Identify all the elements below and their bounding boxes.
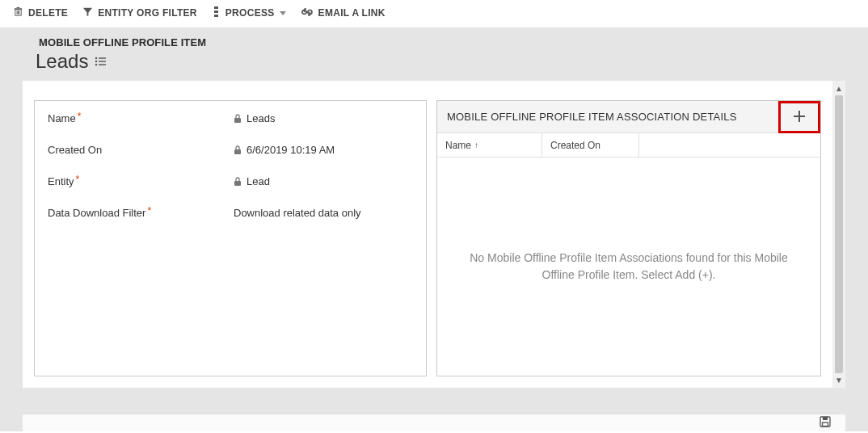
link-icon (301, 7, 314, 19)
form-panel: Name* Leads Created On (34, 100, 427, 376)
related-menu-icon[interactable] (95, 56, 107, 67)
lock-icon (234, 177, 242, 187)
svg-rect-17 (99, 64, 106, 65)
association-panel: MOBILE OFFLINE PROFILE ITEM ASSOCIATION … (436, 100, 821, 376)
svg-rect-5 (17, 7, 20, 8)
page-body: MOBILE OFFLINE PROFILE ITEM Leads Name* … (0, 28, 868, 431)
save-button[interactable] (820, 416, 831, 430)
svg-rect-22 (794, 116, 805, 117)
record-sheet: Name* Leads Created On (23, 81, 845, 388)
required-marker: * (147, 205, 151, 216)
scroll-up-icon: ▲ (835, 84, 843, 93)
empty-message: No Mobile Offline Profile Item Associati… (460, 250, 798, 284)
field-label-created-on: Created On (48, 144, 234, 156)
required-marker: * (76, 174, 80, 185)
field-value-name[interactable]: Leads (234, 112, 275, 124)
svg-rect-18 (234, 118, 241, 123)
svg-rect-6 (214, 6, 218, 9)
process-icon (212, 6, 221, 19)
delete-label: DELETE (28, 7, 68, 19)
association-title: MOBILE OFFLINE PROFILE ITEM ASSOCIATION … (447, 111, 737, 123)
required-marker: * (78, 111, 82, 122)
svg-point-13 (95, 61, 97, 62)
column-header-name[interactable]: Name ↑ (437, 133, 542, 157)
field-value-created-on: 6/6/2019 10:19 AM (234, 144, 335, 156)
footer-strip (23, 414, 845, 431)
process-label: PROCESS (225, 7, 275, 19)
lock-icon (234, 114, 242, 124)
scroll-down-icon: ▼ (835, 376, 843, 385)
svg-rect-8 (214, 15, 218, 17)
trash-icon (13, 6, 23, 19)
svg-rect-20 (234, 181, 241, 186)
association-empty-state: No Mobile Offline Profile Item Associati… (437, 158, 820, 376)
email-a-link-command[interactable]: EMAIL A LINK (301, 7, 386, 19)
lock-icon (234, 145, 242, 155)
field-label-data-download-filter: Data Download Filter* (48, 207, 234, 219)
chevron-down-icon (280, 11, 286, 15)
scrollbar-thumb[interactable] (835, 95, 843, 373)
svg-point-12 (95, 57, 97, 59)
entity-org-filter-label: ENTITY ORG FILTER (98, 7, 197, 19)
process-command[interactable]: PROCESS (212, 6, 286, 19)
column-header-created-on[interactable]: Created On (542, 133, 639, 157)
svg-rect-7 (214, 11, 218, 13)
column-header-spacer (639, 133, 820, 157)
funnel-icon (82, 6, 93, 19)
svg-rect-16 (99, 61, 106, 61)
field-value-entity[interactable]: Lead (234, 175, 270, 187)
command-bar: DELETE ENTITY ORG FILTER PROCESS EMAIL A… (0, 0, 868, 28)
sort-ascending-icon: ↑ (474, 141, 478, 149)
entity-type-label: MOBILE OFFLINE PROFILE ITEM (0, 28, 868, 50)
page-title: Leads (36, 50, 88, 73)
entity-org-filter-command[interactable]: ENTITY ORG FILTER (82, 6, 197, 19)
svg-rect-4 (15, 8, 22, 9)
svg-rect-19 (234, 149, 241, 154)
email-a-link-label: EMAIL A LINK (318, 7, 386, 19)
field-value-data-download-filter[interactable]: Download related data only (234, 207, 361, 219)
page-title-row: Leads (0, 50, 868, 81)
add-association-button[interactable] (778, 101, 820, 133)
scrollbar-vertical[interactable]: ▲ ▼ (832, 81, 845, 388)
association-header: MOBILE OFFLINE PROFILE ITEM ASSOCIATION … (437, 101, 820, 133)
svg-rect-25 (823, 422, 828, 427)
plus-icon (793, 107, 806, 128)
svg-rect-24 (823, 417, 828, 420)
delete-command[interactable]: DELETE (13, 6, 68, 19)
field-label-entity: Entity* (48, 175, 234, 187)
association-columns: Name ↑ Created On (437, 133, 820, 158)
svg-rect-15 (99, 57, 106, 58)
field-label-name: Name* (48, 112, 234, 124)
svg-point-14 (95, 64, 97, 65)
